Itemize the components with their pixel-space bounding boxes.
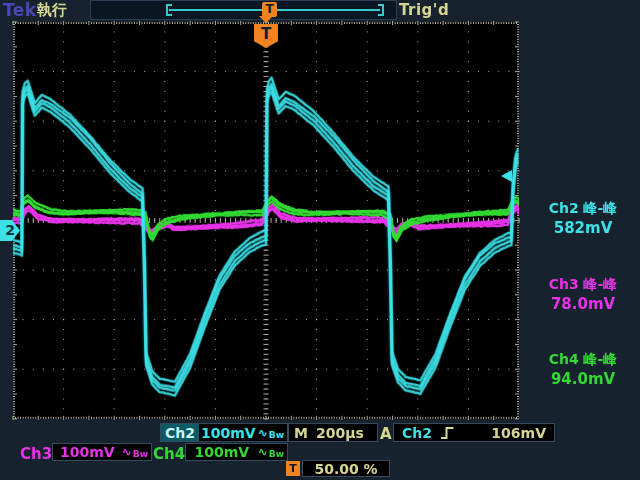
ch2-readout-box[interactable]: Ch2 100mV ∿Bw	[160, 423, 288, 442]
measurement-type: 峰-峰	[584, 351, 618, 367]
ch4-bandwidth-icon: Bw	[269, 449, 284, 459]
ch2-bandwidth-icon: Bw	[269, 430, 284, 440]
trigger-position-readout-box[interactable]: 50.00 %	[302, 460, 390, 477]
ch4-scale-value: 100mV	[186, 444, 258, 460]
ch2-scale-value: 100mV	[199, 425, 258, 441]
trigger-pointer-down-icon	[259, 16, 273, 23]
trigger-t-icon: T	[254, 24, 278, 48]
measurement-channel: Ch3	[549, 276, 579, 292]
trigger-position-chip-icon: T	[286, 461, 300, 476]
oscilloscope-screen: Tek 執行 T Trig'd T 2 Ch2 峰-峰 582mV Ch3 峰-…	[0, 0, 640, 480]
measurement-ch3-pkpk: Ch3 峰-峰 78.0mV	[528, 276, 638, 313]
run-status-label: 執行	[37, 1, 67, 20]
ch3-readout-box[interactable]: 100mV ∿Bw	[52, 443, 152, 461]
timebase-readout-box[interactable]: M 200µs	[288, 423, 378, 442]
waveform-canvas	[0, 0, 640, 480]
trigger-position-value: 50.00 %	[314, 461, 377, 477]
display-window-left-bracket	[166, 4, 172, 16]
rising-slope-icon	[440, 426, 455, 440]
ch3-bandwidth-icon: Bw	[133, 449, 148, 459]
timebase-label: M	[294, 425, 308, 441]
display-window-right-bracket	[378, 4, 384, 16]
ch3-coupling-icon: ∿	[122, 445, 132, 459]
measurement-channel: Ch2	[549, 200, 579, 216]
trigger-position-marker[interactable]: T	[254, 15, 278, 48]
ch3-scale-value: 100mV	[53, 444, 122, 460]
trigger-mode-label: A	[380, 425, 392, 443]
measurement-value: 582mV	[528, 219, 638, 237]
measurement-channel: Ch4	[549, 351, 579, 367]
trigger-source-label: Ch2	[402, 425, 432, 441]
measurement-type: 峰-峰	[584, 276, 618, 292]
timebase-value: 200µs	[308, 425, 372, 441]
tek-logo: Tek	[3, 0, 37, 20]
ch2-coupling-icon: ∿	[258, 426, 268, 440]
measurement-ch2-pkpk: Ch2 峰-峰 582mV	[528, 200, 638, 237]
ch2-selected-tab[interactable]: Ch2	[161, 424, 199, 441]
trigger-level-arrow-icon[interactable]	[501, 170, 512, 182]
measurement-value: 78.0mV	[528, 295, 638, 313]
trigger-readout-box[interactable]: Ch2 106mV	[393, 423, 555, 442]
ch4-readout-box[interactable]: 100mV ∿Bw	[185, 443, 288, 461]
ch4-coupling-icon: ∿	[258, 445, 268, 459]
measurement-value: 94.0mV	[528, 370, 638, 388]
acquisition-preview-bar: T	[90, 0, 397, 20]
trigger-level-value: 106mV	[463, 425, 546, 441]
ch4-label[interactable]: Ch4	[153, 445, 185, 463]
trigger-status-label: Trig'd	[399, 1, 449, 19]
ch3-label[interactable]: Ch3	[20, 445, 52, 463]
measurement-ch4-pkpk: Ch4 峰-峰 94.0mV	[528, 351, 638, 388]
measurement-type: 峰-峰	[584, 200, 618, 216]
